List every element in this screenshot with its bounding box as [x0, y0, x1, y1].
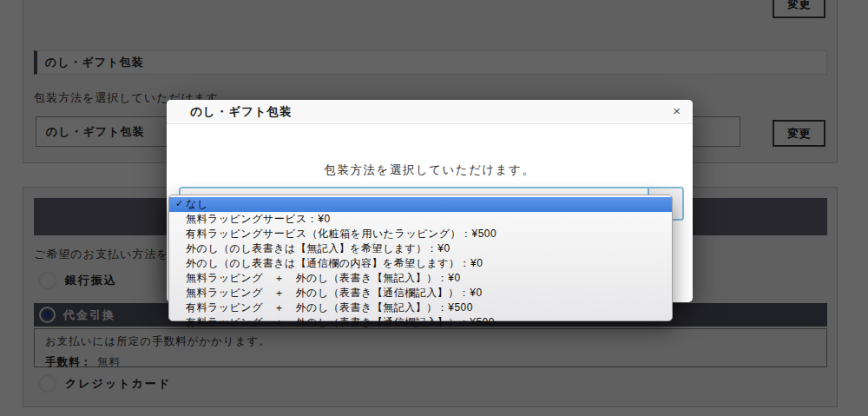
modal-header: のし・ギフト包装 × — [167, 100, 693, 124]
dropdown-option-0[interactable]: ✓なし — [169, 197, 672, 212]
dropdown-option-4[interactable]: 外のし（のし表書きは【通信欄の内容】を希望します）：¥0 — [169, 256, 672, 271]
checkout-page: 変更 のし・ギフト包装 包装方法を選択していただけます。 のし・ギフト包装 変更… — [0, 0, 868, 416]
dropdown-option-5[interactable]: 無料ラッピング ＋ 外のし（表書き【無記入】）：¥0 — [169, 271, 672, 286]
dropdown-option-7[interactable]: 有料ラッピング ＋ 外のし（表書き【無記入】）：¥500 — [169, 300, 672, 315]
wrap-method-dropdown-list: ✓なし無料ラッピングサービス：¥0有料ラッピングサービス（化粧箱を用いたラッピン… — [168, 195, 673, 321]
dropdown-option-label: 無料ラッピングサービス：¥0 — [186, 212, 331, 227]
dropdown-option-label: 外のし（のし表書きは【通信欄の内容】を希望します）：¥0 — [186, 256, 483, 271]
dropdown-option-6[interactable]: 無料ラッピング ＋ 外のし（表書き【通信欄記入】）：¥0 — [169, 286, 672, 300]
dropdown-option-1[interactable]: 無料ラッピングサービス：¥0 — [169, 212, 672, 227]
close-icon[interactable]: × — [673, 100, 681, 122]
dropdown-option-8[interactable]: 有料ラッピング ＋ 外のし（表書き【通信欄記入】）：¥500 — [169, 315, 672, 330]
dropdown-option-3[interactable]: 外のし（のし表書きは【無記入】を希望します）：¥0 — [169, 241, 672, 256]
dropdown-option-2[interactable]: 有料ラッピングサービス（化粧箱を用いたラッピング）：¥500 — [169, 227, 672, 241]
dropdown-option-label: 外のし（のし表書きは【無記入】を希望します）：¥0 — [186, 241, 450, 256]
dropdown-option-label: なし — [186, 197, 208, 212]
checkmark-icon: ✓ — [175, 198, 184, 209]
dropdown-option-label: 無料ラッピング ＋ 外のし（表書き【通信欄記入】）：¥0 — [186, 286, 483, 300]
modal-body-text: 包装方法を選択していただけます。 — [167, 162, 693, 178]
dropdown-option-label: 無料ラッピング ＋ 外のし（表書き【無記入】）：¥0 — [186, 271, 461, 286]
modal-title: のし・ギフト包装 — [190, 100, 293, 123]
dropdown-option-label: 有料ラッピング ＋ 外のし（表書き【無記入】）：¥500 — [186, 300, 473, 315]
dropdown-option-label: 有料ラッピングサービス（化粧箱を用いたラッピング）：¥500 — [186, 227, 496, 241]
dropdown-option-label: 有料ラッピング ＋ 外のし（表書き【通信欄記入】）：¥500 — [186, 315, 495, 330]
